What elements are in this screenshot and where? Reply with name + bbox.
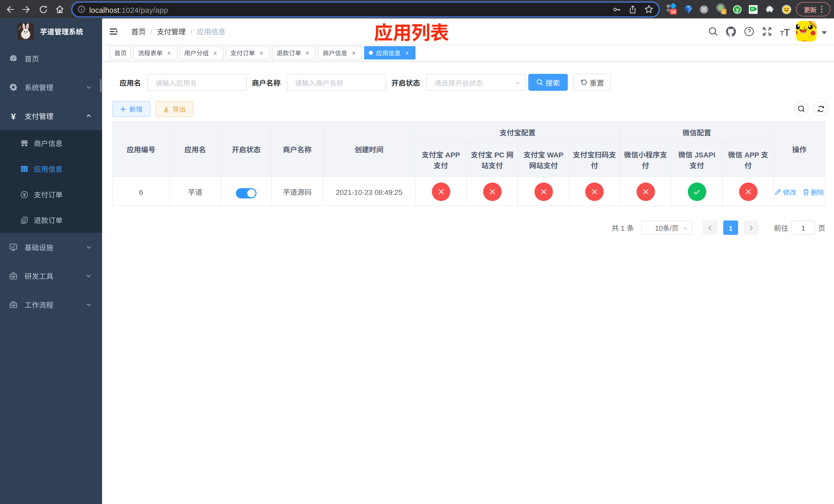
svg-text:y: y: [736, 5, 739, 13]
svg-text:1: 1: [722, 8, 725, 14]
svg-text:10: 10: [671, 8, 676, 14]
